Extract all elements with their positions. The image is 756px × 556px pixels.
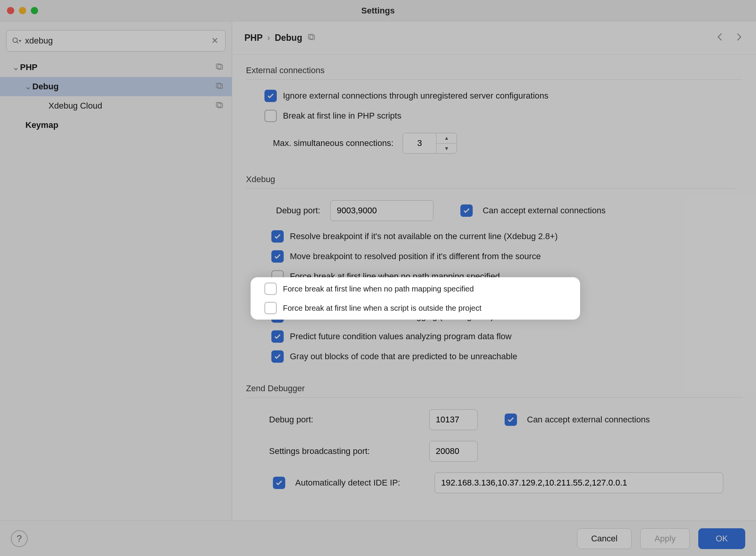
- chevron-right-icon: ›: [267, 33, 270, 43]
- checkbox-zend-accept-external[interactable]: [505, 414, 517, 426]
- zend-broadcast-input[interactable]: [429, 441, 478, 462]
- tree-item-keymap[interactable]: Keymap: [0, 116, 232, 135]
- checkbox-resolve-breakpoint[interactable]: [271, 230, 284, 243]
- max-connections-input[interactable]: [403, 133, 436, 153]
- checkbox-xdebug-accept-external[interactable]: [460, 204, 473, 217]
- breadcrumb-part[interactable]: PHP: [244, 33, 263, 43]
- svg-line-1: [17, 42, 18, 44]
- footer: ? Cancel Apply OK: [0, 521, 756, 556]
- zend-port-input[interactable]: [429, 409, 478, 430]
- label-max-connections: Max. simultaneous connections:: [273, 138, 393, 148]
- checkbox-gray-out-unreachable[interactable]: [271, 350, 284, 363]
- label-xdebug-port: Debug port:: [276, 206, 320, 216]
- ide-ip-input[interactable]: [435, 472, 723, 493]
- checkbox-predict-values[interactable]: [271, 330, 284, 343]
- project-scope-icon: [216, 62, 223, 72]
- project-scope-icon: [308, 33, 315, 42]
- settings-tree: ⌄ PHP ⌄ Debug Xdebug Cloud Keymap: [0, 56, 232, 521]
- stepper-down-icon[interactable]: ▼: [437, 144, 457, 154]
- project-scope-icon: [216, 82, 223, 92]
- label-zend-broadcast: Settings broadcasting port:: [269, 446, 419, 456]
- project-scope-icon: [216, 101, 223, 111]
- checkbox-force-break-outside[interactable]: [264, 302, 277, 314]
- checkbox-move-breakpoint[interactable]: [271, 250, 284, 263]
- chevron-down-icon: ⌄: [24, 82, 32, 91]
- sidebar: ▾ ✕ ⌄ PHP ⌄ Debug Xdebug Cloud: [0, 22, 232, 521]
- search-input[interactable]: [25, 36, 210, 46]
- apply-button[interactable]: Apply: [640, 528, 690, 549]
- xdebug-port-input[interactable]: [330, 200, 433, 221]
- tree-item-php[interactable]: ⌄ PHP: [0, 58, 232, 77]
- search-icon: [12, 37, 20, 45]
- breadcrumb-part: Debug: [275, 33, 303, 43]
- section-title-xdebug: Xdebug: [246, 174, 735, 184]
- window-controls: [7, 7, 38, 14]
- xdebug-panel: Xdebug Debug port: Can accept external c…: [243, 166, 745, 375]
- checkbox-force-break-no-mapping[interactable]: [264, 283, 277, 295]
- search-options-icon[interactable]: ▾: [19, 38, 21, 44]
- svg-point-0: [13, 38, 18, 43]
- help-button[interactable]: ?: [11, 530, 28, 547]
- cancel-button[interactable]: Cancel: [577, 528, 632, 549]
- section-title-external: External connections: [246, 65, 742, 75]
- zoom-window-button[interactable]: [31, 7, 38, 14]
- ok-button[interactable]: OK: [698, 528, 745, 549]
- close-window-button[interactable]: [7, 7, 14, 14]
- section-title-zend: Zend Debugger: [246, 384, 742, 394]
- window-title: Settings: [361, 6, 395, 16]
- chevron-down-icon: ⌄: [12, 63, 20, 72]
- max-connections-stepper[interactable]: ▲ ▼: [403, 133, 457, 154]
- minimize-window-button[interactable]: [19, 7, 26, 14]
- checkbox-break-first-line-php[interactable]: [264, 110, 277, 122]
- tree-item-debug[interactable]: ⌄ Debug: [0, 77, 232, 96]
- checkbox-auto-detect-ide-ip[interactable]: [273, 477, 285, 489]
- label-zend-port: Debug port:: [269, 415, 419, 425]
- clear-search-icon[interactable]: ✕: [210, 36, 220, 46]
- stepper-up-icon[interactable]: ▲: [437, 133, 457, 144]
- titlebar: Settings: [0, 0, 756, 22]
- nav-forward-button[interactable]: [734, 32, 744, 44]
- tree-item-xdebug-cloud[interactable]: Xdebug Cloud: [0, 96, 232, 116]
- search-field[interactable]: ▾ ✕: [6, 30, 226, 52]
- checkbox-ignore-unregistered[interactable]: [264, 90, 277, 102]
- nav-back-button[interactable]: [715, 32, 725, 44]
- breadcrumb-bar: PHP › Debug: [232, 22, 756, 55]
